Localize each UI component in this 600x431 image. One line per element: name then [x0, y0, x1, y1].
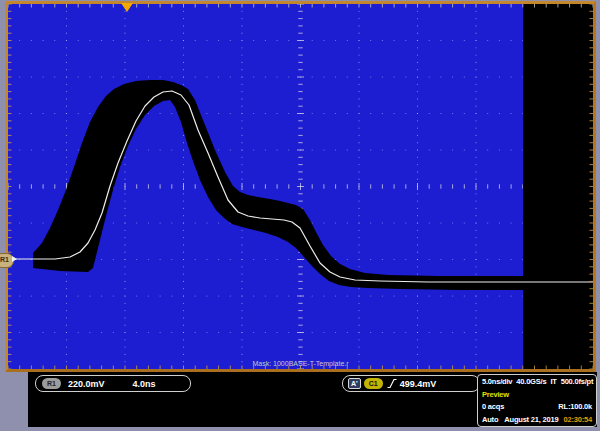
resolution: 500.0fs/pt	[561, 377, 594, 386]
sampling-mode: IT	[550, 377, 556, 386]
r1-badge[interactable]: R1	[42, 378, 61, 389]
horizontal-settings-row: 5.0ns/div 40.0GS/s IT 500.0fs/pt	[482, 377, 592, 386]
r1-vertical-scale: 220.0mV	[68, 379, 105, 389]
datetime-row: Auto August 21, 2019 02:30:54	[482, 415, 592, 424]
rising-edge-icon	[387, 378, 397, 389]
r1-readout[interactable]: R1 220.0mV 4.0ns	[35, 375, 191, 392]
trigger-position-icon[interactable]	[121, 3, 133, 12]
waveform-plot	[8, 4, 593, 369]
date-label: August 21, 2019	[504, 415, 558, 424]
trigger-source-badge[interactable]: C1	[364, 378, 383, 389]
r1-horizontal-scale: 4.0ns	[132, 379, 155, 389]
sample-rate: 40.0GS/s	[516, 377, 546, 386]
preview-status: Preview	[482, 390, 509, 399]
status-row: Preview	[482, 390, 592, 399]
waveform-display: R1 Mask: 1000BASE-T-Template.r	[8, 4, 593, 369]
ref-marker-arrow-icon	[12, 256, 17, 262]
acquisition-count: 0 acqs	[482, 402, 504, 411]
trigger-mode: Auto	[482, 415, 498, 424]
acquisition-row: 0 acqs RL:100.0k	[482, 402, 592, 411]
graticule-frame: R1 Mask: 1000BASE-T-Template.r	[5, 1, 596, 372]
clock: 02:30:54	[564, 415, 592, 424]
a-trigger-badge[interactable]: A'	[348, 378, 361, 389]
mask-label: Mask: 1000BASE-T-Template.r	[252, 360, 348, 367]
trigger-readout[interactable]: A' C1 499.4mV	[342, 375, 480, 392]
acquisition-panel[interactable]: 5.0ns/div 40.0GS/s IT 500.0fs/pt Preview…	[477, 374, 597, 427]
timebase: 5.0ns/div	[482, 377, 512, 386]
trigger-level: 499.4mV	[400, 379, 437, 389]
record-length: RL:100.0k	[558, 402, 592, 411]
